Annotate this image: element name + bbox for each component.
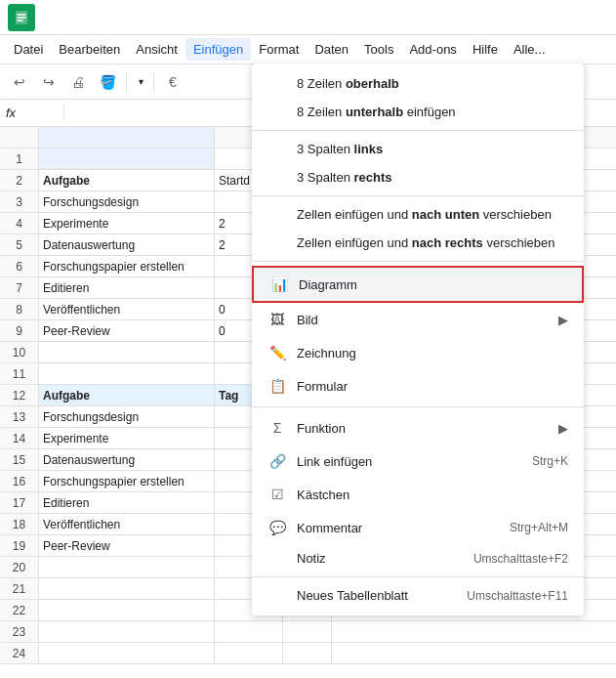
cell-a6[interactable]: Forschungspapier erstellen [39,256,215,276]
cell-a15[interactable]: Datenauswertung [39,449,215,470]
title-bar [0,0,616,35]
menu-divider [252,195,584,196]
cell-a4[interactable]: Experimente [39,213,215,233]
cell-c23[interactable] [283,621,332,642]
menu-item-format[interactable]: Format [251,38,307,61]
menu-option-cells-right[interactable]: Zellen einfügen und nach rechts verschie… [252,229,584,257]
cell-a11[interactable] [39,363,215,384]
menu-option-rows-above[interactable]: 8 Zeilen oberhalb [252,69,584,98]
row-num-header [0,127,39,148]
menu-option-text-new-sheet: Neues Tabellenblatt [297,588,467,603]
image-icon: 🖼 [267,310,287,329]
menu-item-daten[interactable]: Daten [307,38,356,61]
menu-option-comment[interactable]: 💬KommentarStrg+Alt+M [252,511,584,544]
cell-c24[interactable] [283,643,332,663]
menu-option-cells-down[interactable]: Zellen einfügen und nach unten verschieb… [252,200,584,229]
menu-option-text-checkbox: Kästchen [297,487,568,502]
cell-a19[interactable]: Peer-Review [39,535,215,556]
menu-option-cols-left[interactable]: 3 Spalten links [252,135,584,163]
row-number: 1 [0,148,39,169]
menu-option-text-cells-down: Zellen einfügen und nach unten verschieb… [297,207,568,222]
chart-icon: 📊 [269,275,289,294]
menu-divider [252,261,584,262]
cell-a23[interactable] [39,621,215,642]
row-number: 18 [0,514,39,534]
cell-a18[interactable]: Veröffentlichen [39,514,215,534]
row-number: 4 [0,213,39,233]
menu-option-checkbox[interactable]: ☑Kästchen [252,478,584,511]
cell-a20[interactable] [39,557,215,577]
menu-option-text-note: Notiz [297,551,473,566]
cell-b24[interactable] [215,643,283,663]
col-header-a[interactable] [39,127,215,148]
fx-label: fx [6,106,16,120]
paint-format-button[interactable]: 🪣 [94,68,121,96]
drawing-icon: ✏️ [267,343,287,362]
undo-button[interactable]: ↩ [6,68,33,96]
menu-option-chart[interactable]: 📊Diagramm [252,266,584,303]
menu-option-new-sheet[interactable]: Neues TabellenblattUmschalttaste+F11 [252,581,584,610]
row-number: 23 [0,621,39,642]
menu-option-text-cols-left: 3 Spalten links [297,142,568,156]
row-number: 24 [0,643,39,663]
row-number: 22 [0,600,39,620]
menu-option-link[interactable]: 🔗Link einfügenStrg+K [252,445,584,478]
cell-a5[interactable]: Datenauswertung [39,234,215,255]
cell-a12[interactable]: Aufgabe [39,385,215,405]
menu-option-text-form: Formular [297,379,568,394]
svg-rect-3 [18,20,23,21]
form-icon: 📋 [267,376,287,396]
cell-a1[interactable] [39,148,215,169]
cell-a24[interactable] [39,643,215,663]
table-row: 23 [0,621,616,643]
menu-item-datei[interactable]: Datei [6,38,51,61]
redo-button[interactable]: ↪ [35,68,62,96]
cell-a7[interactable]: Editieren [39,277,215,298]
menu-item-bearbeiten[interactable]: Bearbeiten [51,38,128,61]
menu-item-ansicht[interactable]: Ansicht [128,38,185,61]
print-button[interactable]: 🖨 [64,68,92,96]
cell-a17[interactable]: Editieren [39,492,215,513]
row-number: 9 [0,320,39,341]
menu-option-cols-right[interactable]: 3 Spalten rechts [252,163,584,191]
submenu-arrow-image: ▶ [558,313,568,327]
currency-button[interactable]: € [159,68,186,96]
menu-option-image[interactable]: 🖼Bild▶ [252,303,584,336]
menu-item-einfgen[interactable]: Einfügen [185,38,251,61]
menu-option-text-link: Link einfügen [297,454,532,469]
cell-a2[interactable]: Aufgabe [39,170,215,191]
row-number: 7 [0,277,39,298]
menu-option-drawing[interactable]: ✏️Zeichnung [252,336,584,369]
row-number: 16 [0,471,39,491]
menu-option-rows-below[interactable]: 8 Zeilen unterhalb einfügen [252,98,584,126]
toolbar-separator-1 [126,72,127,92]
cell-a9[interactable]: Peer-Review [39,320,215,341]
menu-item-alle[interactable]: Alle... [506,38,554,61]
row-number: 3 [0,191,39,212]
menu-option-form[interactable]: 📋Formular [252,369,584,403]
cell-a22[interactable] [39,600,215,620]
cell-a8[interactable]: Veröffentlichen [39,299,215,319]
menu-item-addons[interactable]: Add-ons [401,38,464,61]
menu-option-text-comment: Kommentar [297,521,510,535]
menu-option-note[interactable]: NotizUmschalttaste+F2 [252,544,584,572]
row-number: 13 [0,406,39,427]
row-number: 20 [0,557,39,577]
cell-b23[interactable] [215,621,283,642]
sheets-logo [8,4,35,31]
cell-a10[interactable] [39,342,215,362]
submenu-arrow-function: ▶ [558,421,568,436]
row-number: 2 [0,170,39,191]
cell-a14[interactable]: Experimente [39,428,215,448]
link-icon: 🔗 [267,451,287,471]
cell-a3[interactable]: Forschungsdesign [39,191,215,212]
cell-a16[interactable]: Forschungspapier erstellen [39,471,215,491]
cell-a21[interactable] [39,578,215,599]
menu-option-function[interactable]: ΣFunktion▶ [252,411,584,445]
zoom-selector[interactable]: ▾ [132,73,148,90]
menu-item-hilfe[interactable]: Hilfe [465,38,506,61]
menu-bar: DateiBearbeitenAnsichtEinfügenFormatDate… [0,35,616,64]
function-icon: Σ [267,418,287,438]
cell-a13[interactable]: Forschungsdesign [39,406,215,427]
menu-item-tools[interactable]: Tools [356,38,401,61]
